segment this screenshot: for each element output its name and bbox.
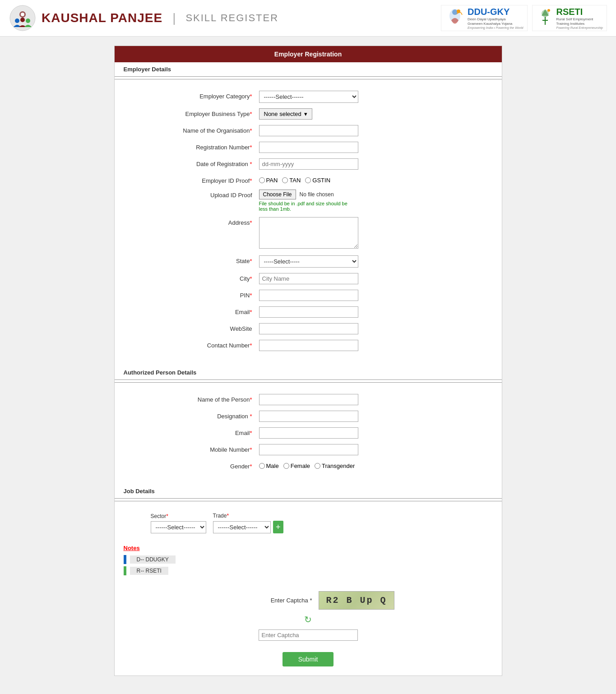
upload-id-proof-row: Upload ID Proof Choose File No file chos… bbox=[124, 190, 493, 212]
address-textarea[interactable] bbox=[259, 217, 358, 249]
svg-point-5 bbox=[26, 19, 30, 23]
upload-id-proof-label: Upload ID Proof bbox=[124, 190, 259, 199]
ddu-tagline: Empowering India • Powering the World bbox=[468, 26, 523, 29]
svg-point-11 bbox=[547, 9, 550, 12]
org-name-row: Name of the Organisation* bbox=[124, 125, 493, 136]
choose-file-button[interactable]: Choose File bbox=[259, 190, 296, 199]
gender-radio-group: Male Female Transgender bbox=[259, 461, 493, 469]
sector-select[interactable]: ------Select------ bbox=[151, 521, 206, 533]
submit-row: Submit bbox=[115, 648, 502, 675]
trade-select[interactable]: ------Select------ bbox=[213, 521, 271, 533]
designation-control bbox=[259, 411, 493, 422]
person-name-input[interactable] bbox=[259, 394, 358, 405]
employer-category-row: Employer Category* ------Select------ bbox=[124, 91, 493, 103]
designation-label: Designation * bbox=[124, 411, 259, 420]
id-proof-gstin-radio[interactable] bbox=[305, 177, 311, 183]
captcha-row: Enter Captcha * R2 B Up Q bbox=[222, 591, 394, 610]
notes-title: Notes bbox=[124, 545, 493, 551]
authorized-person-form: Name of the Person* Designation * Email* bbox=[115, 387, 502, 484]
captcha-label: Enter Captcha * bbox=[222, 597, 312, 604]
gender-female-option[interactable]: Female bbox=[283, 463, 310, 469]
brand-name: KAUSHAL PANJEE bbox=[42, 11, 162, 25]
file-upload-row: Choose File No file chosen bbox=[259, 190, 493, 199]
date-reg-input[interactable] bbox=[259, 158, 358, 170]
mobile-number-input[interactable] bbox=[259, 444, 358, 455]
contact-number-input[interactable] bbox=[259, 340, 358, 351]
person-email-control bbox=[259, 427, 493, 439]
pin-label: PIN* bbox=[124, 290, 259, 299]
gender-female-radio[interactable] bbox=[283, 463, 289, 469]
pin-row: PIN* bbox=[124, 290, 493, 301]
gender-label: Gender* bbox=[124, 461, 259, 470]
state-label: State* bbox=[124, 255, 259, 264]
website-row: WebSite bbox=[124, 323, 493, 334]
reg-number-input[interactable] bbox=[259, 142, 358, 153]
note-bar-rseti bbox=[124, 566, 126, 575]
id-proof-gstin-option[interactable]: GSTIN bbox=[305, 177, 330, 184]
captcha-refresh-button[interactable]: ↻ bbox=[304, 614, 312, 625]
id-proof-radio-group: PAN TAN GSTIN bbox=[259, 175, 493, 184]
city-label: City* bbox=[124, 273, 259, 282]
captcha-input[interactable] bbox=[259, 629, 358, 641]
website-label: WebSite bbox=[124, 323, 259, 332]
gender-transgender-radio[interactable] bbox=[315, 463, 320, 469]
person-name-row: Name of the Person* bbox=[124, 394, 493, 405]
add-trade-button[interactable]: + bbox=[273, 521, 283, 533]
svg-point-3 bbox=[15, 19, 19, 23]
city-input[interactable] bbox=[259, 273, 358, 284]
form-title: Employer Registration bbox=[274, 51, 342, 58]
ddu-text-block: DDU-GKY Deen Dayal UpadhyayaGrameen Kaus… bbox=[468, 7, 523, 29]
submit-button[interactable]: Submit bbox=[283, 652, 334, 666]
designation-input[interactable] bbox=[259, 411, 358, 422]
org-name-input[interactable] bbox=[259, 125, 358, 136]
org-name-label: Name of the Organisation* bbox=[124, 125, 259, 134]
gender-male-option[interactable]: Male bbox=[259, 463, 279, 469]
gender-male-radio[interactable] bbox=[259, 463, 265, 469]
email-control bbox=[259, 306, 493, 318]
mobile-number-row: Mobile Number* bbox=[124, 444, 493, 455]
id-proof-tan-radio[interactable] bbox=[282, 177, 288, 183]
employer-business-type-control: None selected ▾ bbox=[259, 108, 493, 120]
date-reg-label: Date of Registration * bbox=[124, 158, 259, 167]
gender-transgender-option[interactable]: Transgender bbox=[315, 463, 355, 469]
pin-input[interactable] bbox=[259, 290, 358, 301]
rseti-abbr: RSETI bbox=[556, 7, 603, 17]
id-proof-pan-radio[interactable] bbox=[259, 177, 265, 183]
note-label-ddu: D-- DDUGKY bbox=[130, 555, 176, 564]
mobile-number-label: Mobile Number* bbox=[124, 444, 259, 453]
upload-id-proof-control: Choose File No file chosen File should b… bbox=[259, 190, 493, 212]
person-email-input[interactable] bbox=[259, 427, 358, 439]
header-logos: DDU-GKY Deen Dayal UpadhyayaGrameen Kaus… bbox=[441, 5, 607, 31]
sector-trade-row: Sector* ------Select------ Trade* ------… bbox=[151, 513, 493, 533]
ddu-abbr: DDU-GKY bbox=[468, 7, 523, 17]
employer-details-section-header: Employer Details bbox=[115, 62, 502, 77]
person-email-label: Email* bbox=[124, 427, 259, 436]
state-select[interactable]: -----Select----- bbox=[259, 255, 358, 268]
designation-row: Designation * bbox=[124, 411, 493, 422]
ddu-logo: DDU-GKY Deen Dayal UpadhyayaGrameen Kaus… bbox=[441, 5, 527, 31]
employer-business-type-btn[interactable]: None selected ▾ bbox=[259, 108, 312, 120]
id-proof-label: Employer ID Proof* bbox=[124, 175, 259, 184]
email-input[interactable] bbox=[259, 306, 358, 318]
captcha-image: R2 B Up Q bbox=[319, 591, 394, 610]
city-control bbox=[259, 273, 493, 284]
website-control bbox=[259, 323, 493, 334]
date-reg-control bbox=[259, 158, 493, 170]
note-item-ddu: D-- DDUGKY bbox=[124, 555, 493, 564]
employer-category-select[interactable]: ------Select------ bbox=[259, 91, 358, 103]
reg-number-row: Registration Number* bbox=[124, 142, 493, 153]
rseti-tagline: Powering Rural Entrepreneurship bbox=[556, 26, 603, 29]
job-details-form: Sector* ------Select------ Trade* ------… bbox=[115, 506, 502, 540]
person-name-control bbox=[259, 394, 493, 405]
id-proof-control: PAN TAN GSTIN bbox=[259, 175, 493, 184]
state-control: -----Select----- bbox=[259, 255, 493, 268]
id-proof-tan-option[interactable]: TAN bbox=[282, 177, 301, 184]
main-container: Employer Registration Employer Details E… bbox=[114, 46, 502, 676]
id-proof-pan-option[interactable]: PAN bbox=[259, 177, 278, 184]
file-note: File should be in .pdf and size should b… bbox=[259, 201, 349, 212]
rseti-full: Rural Self EmploymentTraining Institutes bbox=[556, 17, 603, 26]
website-input[interactable] bbox=[259, 323, 358, 334]
address-label: Address* bbox=[124, 217, 259, 226]
employer-category-control: ------Select------ bbox=[259, 91, 493, 103]
brand-divider: | bbox=[172, 11, 176, 25]
